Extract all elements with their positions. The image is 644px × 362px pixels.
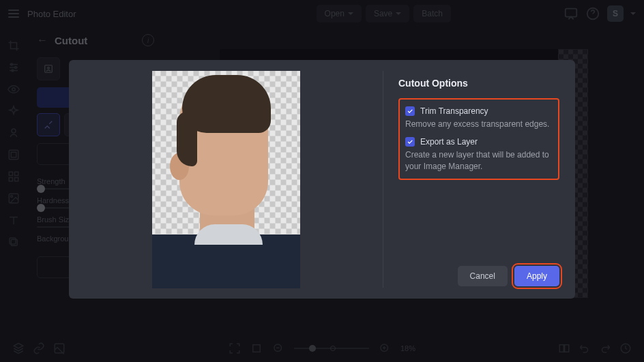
export-as-layer-desc: Create a new layer that will be added to… [405,149,553,172]
dialog-title: Cutout Options [398,78,559,89]
cutout-options-dialog: Cutout Options Trim Transparency Remove … [69,60,575,299]
dialog-cancel-button[interactable]: Cancel [458,266,508,286]
trim-transparency-desc: Remove any excess transparent edges. [405,119,553,130]
trim-transparency-checkbox[interactable] [405,106,415,116]
trim-transparency-label: Trim Transparency [420,106,488,116]
options-highlight-box: Trim Transparency Remove any excess tran… [398,98,559,180]
modal-overlay: Cutout Options Trim Transparency Remove … [0,0,644,362]
cutout-preview [152,71,300,288]
dialog-apply-button[interactable]: Apply [514,266,559,286]
export-as-layer-label: Export as Layer [420,137,478,147]
export-as-layer-checkbox[interactable] [405,137,415,147]
